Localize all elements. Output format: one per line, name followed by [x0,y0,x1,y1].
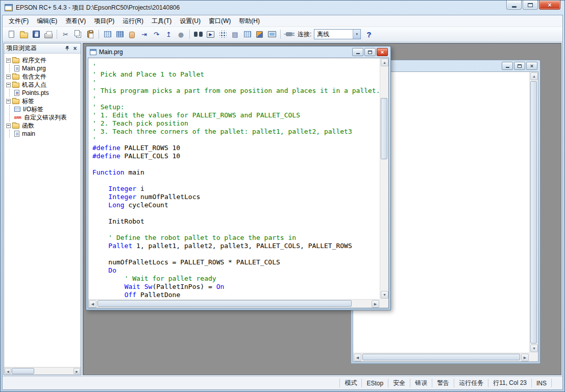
pause-icon[interactable]: ● [175,29,187,40]
paste-icon[interactable] [84,29,96,40]
maximize-button[interactable] [523,1,538,10]
menu-project[interactable]: 项目(P) [90,15,118,27]
menu-tools[interactable]: 工具(T) [148,15,176,27]
command-window-icon[interactable] [266,29,278,40]
bg-vscrollbar[interactable]: ▲ ▼ [529,72,538,353]
io-label-editor-icon[interactable] [241,29,253,40]
scrollbar-thumb[interactable] [530,81,537,344]
scroll-down-arrow-icon[interactable]: ▼ [381,291,388,299]
task-manager-icon[interactable]: ▤ [229,29,241,40]
bg-hscrollbar[interactable]: ◀ ▶ [353,353,529,361]
code-line: Integer numOfPalletLocs [92,193,380,201]
tree-custom-error-list[interactable]: ERR自定义错误列表 [14,113,81,121]
cut-icon[interactable]: ✂ [60,29,71,40]
help-icon[interactable]: ? [366,30,371,39]
tree-io-labels[interactable]: I/O标签 [14,105,81,113]
scroll-down-arrow-icon[interactable]: ▼ [530,345,538,352]
scroll-right-arrow-icon[interactable]: ▶ [372,300,379,308]
menu-view[interactable]: 查看(V) [61,15,90,27]
bg-maximize-button[interactable] [514,62,525,70]
tree-robot-points[interactable]: 机器人点 [5,81,81,89]
scrollbar-thumb[interactable] [97,300,352,307]
menu-file[interactable]: 文件(F) [5,15,33,27]
maximize-icon [518,64,522,68]
tree-main-prg[interactable]: Main.prg [14,64,81,72]
scrollbar-thumb[interactable] [12,368,34,374]
connect-dropdown[interactable]: 离线 ▼ [314,29,361,39]
print-icon[interactable] [42,29,54,40]
command-window-icon [268,31,276,37]
toolbar-separator [57,30,57,39]
find-icon[interactable] [192,29,204,40]
expander-minus-icon[interactable] [6,58,11,63]
step-out-icon: ↥ [166,31,171,38]
menu-help[interactable]: 帮助(H) [235,15,264,27]
code-line [92,160,380,168]
tree-function-main[interactable]: main [14,130,81,138]
expander-minus-icon[interactable] [6,83,11,87]
chevron-down-icon[interactable]: ▼ [353,30,360,39]
menu-setup[interactable]: 设置(U) [176,15,205,27]
scroll-left-arrow-icon[interactable]: ◀ [89,300,96,308]
explorer-hscrollbar[interactable]: ◀ ▶ [4,367,81,375]
tree-item-label: main [21,130,36,137]
bg-minimize-button[interactable] [502,62,513,70]
menu-run[interactable]: 运行(R) [118,15,148,27]
editor-hscrollbar[interactable]: ◀ ▶ [88,299,380,308]
close-button[interactable]: × [539,1,560,10]
open-project-icon[interactable] [18,29,30,40]
robot-manager-icon[interactable] [254,29,265,40]
save-all-icon[interactable] [30,29,42,40]
close-panel-icon[interactable]: × [71,45,79,52]
run-window-icon[interactable]: ▶ [205,29,216,40]
editor-maximize-button[interactable] [364,48,376,56]
minimize-button[interactable] [506,1,522,10]
scroll-up-arrow-icon[interactable]: ▲ [381,59,388,66]
scroll-right-arrow-icon[interactable]: ▶ [521,354,529,361]
step-over-icon[interactable]: ↷ [151,29,162,40]
tree-points-pts[interactable]: Points.pts [14,89,81,97]
step-into-icon[interactable]: ⇥ [138,29,150,40]
scroll-up-arrow-icon[interactable]: ▲ [530,72,538,80]
expander-minus-icon[interactable] [6,99,11,104]
err-icon: ERR [14,116,21,119]
scroll-right-arrow-icon[interactable]: ▶ [73,368,80,374]
operator-window-icon[interactable] [126,29,138,40]
connection-icon[interactable] [283,29,295,40]
code-line: ' This program picks a part from one pos… [92,87,380,95]
robot-manager-icon [256,31,263,38]
code-editor[interactable]: '' Pick and Place 1 to Pallet'' This pro… [88,58,380,299]
status-error: 错误 [410,379,432,387]
menu-edit[interactable]: 编辑(E) [33,15,61,27]
menu-window[interactable]: 窗口(W) [205,15,235,27]
io-monitor-icon[interactable] [217,29,229,40]
tree-functions[interactable]: 函数 [5,121,81,130]
scroll-left-arrow-icon[interactable]: ◀ [354,354,361,361]
tree-labels[interactable]: 标签 [5,97,81,105]
scrollbar-thumb[interactable] [362,354,520,360]
editor-minimize-button[interactable] [352,48,363,56]
operator-window-icon [129,32,135,38]
editor-window[interactable]: Main.prg × '' Pick and Place 1 to Pallet… [86,46,391,310]
expander-minus-icon[interactable] [6,75,11,79]
project-build-icon[interactable] [102,29,113,40]
step-into-icon: ⇥ [141,31,147,38]
tree-include-files[interactable]: 包含文件 [5,72,81,81]
editor-close-button[interactable]: × [377,48,388,56]
save-all-icon [33,31,40,38]
editor-vscrollbar[interactable]: ▲ ▼ [380,58,388,299]
code-line [92,226,380,234]
copy-icon[interactable] [72,29,84,40]
scroll-left-arrow-icon[interactable]: ◀ [5,368,11,374]
status-tasks: 运行任务 [454,379,488,387]
scrollbar-thumb[interactable] [381,98,387,159]
connect-label: 连接: [298,30,311,39]
simulator-icon[interactable] [114,29,126,40]
step-out-icon[interactable]: ↥ [163,29,175,40]
expander-minus-icon[interactable] [6,124,11,128]
close-icon: × [381,50,384,55]
bg-close-button[interactable]: × [526,62,537,70]
tree-program-files[interactable]: 程序文件 [5,56,81,64]
pin-icon[interactable] [63,45,70,52]
new-file-icon[interactable] [6,29,17,40]
